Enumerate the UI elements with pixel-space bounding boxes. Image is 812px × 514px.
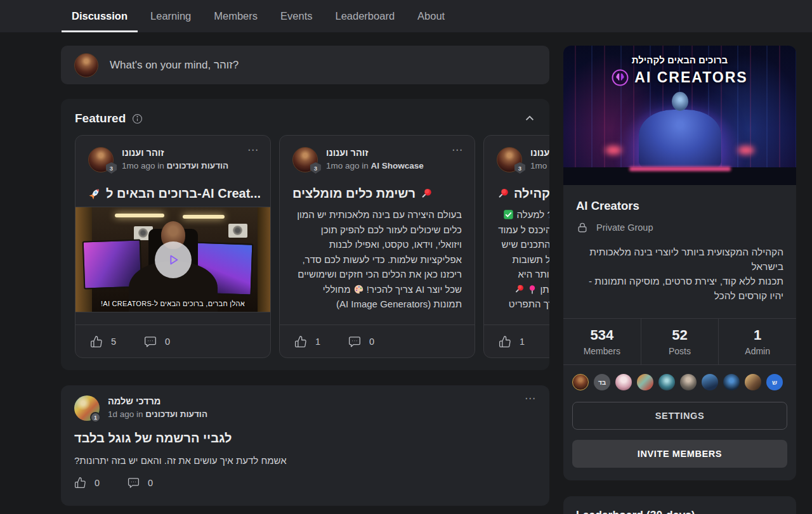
post-time: 1d ago in: [108, 409, 143, 419]
post-meta: 1mo ago in הודעות ועדכונים: [122, 161, 228, 170]
group-nav: Discussion Learning Members Events Leade…: [0, 0, 812, 32]
post-footer: 1 0: [484, 324, 549, 357]
comment-icon: [128, 477, 140, 489]
stat-posts[interactable]: 52 Posts: [641, 319, 719, 364]
featured-section: Featured 3 זוהר וענונו: [61, 99, 549, 370]
stat-value: 1: [754, 327, 761, 344]
stat-value: 534: [590, 327, 613, 344]
member-avatar[interactable]: בד: [594, 374, 610, 390]
post-title[interactable]: ברוכים הבאים ל-AI Creat...: [88, 186, 260, 201]
info-icon[interactable]: [132, 113, 143, 124]
space-name[interactable]: הודעות ועדכונים: [145, 409, 207, 419]
comment-button[interactable]: 0: [348, 335, 374, 348]
like-count: 1: [520, 337, 525, 347]
group-privacy: Private Group: [576, 221, 783, 234]
play-icon[interactable]: [155, 241, 192, 278]
author-avatar[interactable]: 3: [292, 147, 318, 172]
post-body: בעולם היצירה עם בינה מלאכותית יש המון כל…: [292, 207, 462, 312]
post-body-text: בעולם היצירה עם בינה מלאכותית יש המון כל…: [297, 209, 462, 295]
level-badge: 3: [310, 162, 321, 174]
post-footer: 5 0: [75, 324, 270, 357]
stat-admin[interactable]: 1 Admin: [718, 319, 796, 364]
speaker: [228, 224, 247, 238]
stat-members[interactable]: 534 Members: [563, 319, 641, 364]
description-line: הקהילה המקצועית ביותר ליוצרי בינה מלאכות…: [576, 245, 783, 274]
pushpin-icon: [420, 188, 433, 200]
member-avatar[interactable]: [723, 374, 740, 390]
stat-label: Admin: [745, 346, 770, 356]
post-body-line: בכל שלב הדרך הכי קלה היא היכנס ל עמוד: [498, 224, 549, 235]
tab-leaderboard[interactable]: Leaderboard: [335, 0, 395, 32]
post-body-line: אם תרצו לקרוא את זה שוב, ניתן: [540, 284, 549, 295]
tab-events[interactable]: Events: [280, 0, 312, 32]
post-time: 1mo ago in: [122, 161, 164, 170]
stat-label: Posts: [669, 346, 691, 356]
featured-title: Featured: [75, 112, 126, 125]
author-name[interactable]: זוהר וענונו: [530, 148, 549, 158]
comment-count: 0: [165, 337, 170, 347]
featured-post-card[interactable]: 3 זוהר וענונו 1mo ago in הודעות ועדכונים…: [75, 135, 271, 358]
like-button[interactable]: 0: [74, 477, 100, 489]
light-bar: [183, 215, 225, 219]
post-title-text: ברוכים הבאים ל-AI Creat...: [106, 186, 260, 201]
post-body-line: אפשר לשאול שאלות וגם לקבל תשובות: [513, 254, 549, 265]
author-name[interactable]: זוהר וענונו: [326, 148, 424, 158]
space-name[interactable]: הודעות ועדכונים: [167, 161, 229, 170]
featured-header: Featured: [61, 99, 549, 125]
author-avatar[interactable]: 3: [497, 147, 522, 172]
post-title[interactable]: לגביי הרשמה של גוגל בלבד: [74, 431, 536, 446]
level-badge: 1: [90, 412, 101, 423]
featured-cards-row: 3 זוהר וענונו 1mo ago in הודעות ועדכונים…: [75, 135, 549, 358]
post-footer: 1 0: [280, 324, 475, 357]
author-avatar[interactable]: 1: [74, 395, 100, 421]
featured-post-card[interactable]: 3 זוהר וענונו 1mo ago in הודעות ועדכונים: [483, 135, 549, 358]
level-badge: 3: [514, 162, 525, 174]
member-avatar[interactable]: [572, 374, 589, 390]
comment-button[interactable]: 0: [144, 335, 170, 348]
post-title[interactable]: חוקי הקהילה: [497, 186, 549, 201]
settings-button[interactable]: SETTINGS: [572, 402, 787, 430]
member-avatar[interactable]: ש: [766, 374, 783, 390]
banner-welcome-text: ברוכים הבאים לקהילת: [563, 55, 796, 65]
more-options-icon[interactable]: ⋯: [247, 147, 259, 172]
tab-learning[interactable]: Learning: [150, 0, 191, 32]
author-name[interactable]: מרדכי שלמה: [108, 396, 207, 406]
post-header: 3 זוהר וענונו 1mo ago in AI Showcase ⋯: [292, 147, 463, 172]
banner-figure: [639, 110, 721, 170]
member-avatar[interactable]: [615, 374, 632, 390]
chevron-up-icon[interactable]: [524, 113, 535, 124]
member-avatar[interactable]: [745, 374, 761, 390]
comment-button[interactable]: 0: [128, 477, 153, 489]
member-avatar[interactable]: [658, 374, 675, 390]
post-body-line: רוצים לדעת מה עוד קורה פה? למעלה: [517, 209, 549, 220]
author-name[interactable]: זוהר וענונו: [122, 148, 228, 158]
feed-column: What's on your mind, זוהר? Featured: [61, 46, 549, 506]
post-composer[interactable]: What's on your mind, זוהר?: [61, 46, 549, 84]
current-user-avatar[interactable]: [74, 53, 98, 77]
space-name[interactable]: AI Showcase: [371, 161, 424, 170]
post-header: 3 זוהר וענונו 1mo ago in הודעות ועדכונים…: [88, 147, 259, 172]
like-button[interactable]: 5: [90, 335, 116, 348]
stat-value: 52: [672, 327, 687, 344]
member-avatar[interactable]: [637, 374, 653, 390]
post-footer: 0 0: [74, 477, 536, 489]
post-title[interactable]: רשימת כלים מומלצים: [292, 186, 464, 201]
post-meta: 1d ago in הודעות ועדכונים: [108, 409, 207, 419]
feed-post-card[interactable]: 1 מרדכי שלמה 1d ago in הודעות ועדכונים ⋯…: [61, 385, 549, 506]
author-avatar[interactable]: 3: [88, 147, 114, 172]
post-time: 1mo ago in: [326, 161, 369, 170]
member-avatar[interactable]: [702, 374, 718, 390]
group-info-card: ברוכים הבאים לקהילת AI CREATORS AI Creat…: [563, 46, 796, 480]
tab-about[interactable]: About: [417, 0, 445, 32]
video-thumbnail[interactable]: אהלן חברים, ברוכים הבאים ל-AI CREATORS!: [75, 207, 270, 312]
divider: [563, 364, 796, 365]
like-button[interactable]: 1: [499, 335, 525, 348]
more-options-icon[interactable]: ⋯: [452, 147, 463, 172]
invite-members-button[interactable]: INVITE MEMBERS: [572, 440, 787, 468]
more-options-icon[interactable]: ⋯: [525, 395, 536, 421]
tab-discussion[interactable]: Discussion: [72, 0, 128, 32]
like-button[interactable]: 1: [294, 335, 320, 348]
member-avatar[interactable]: [680, 374, 697, 390]
tab-members[interactable]: Members: [214, 0, 258, 32]
featured-post-card[interactable]: 3 זוהר וענונו 1mo ago in AI Showcase ⋯: [279, 135, 475, 358]
